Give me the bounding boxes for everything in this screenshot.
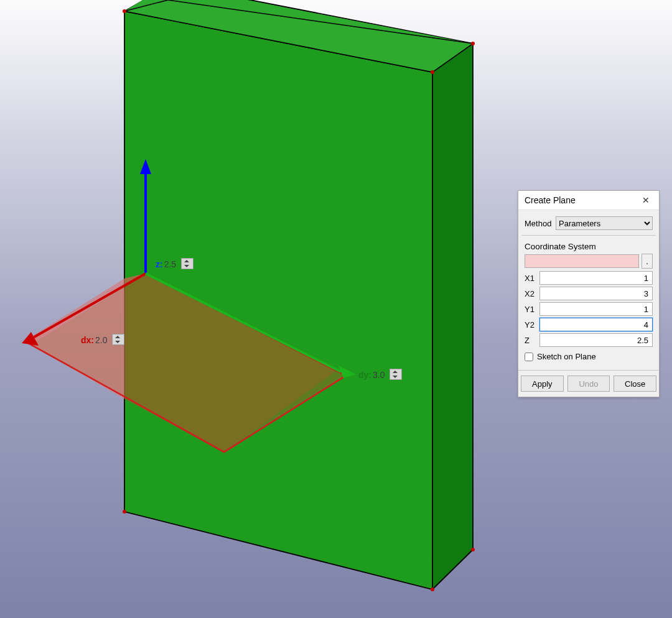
param-x1-label: X1 xyxy=(525,274,539,283)
param-x2-label: X2 xyxy=(525,289,539,298)
apply-button[interactable]: Apply xyxy=(521,376,564,392)
sketch-on-plane-checkbox[interactable] xyxy=(525,353,533,361)
param-y2-label: Y2 xyxy=(525,320,539,330)
dialog-title: Create Plane xyxy=(525,195,576,205)
separator xyxy=(521,235,656,236)
undo-button[interactable]: Undo xyxy=(567,376,610,392)
sketch-on-plane-label: Sketch on Plane xyxy=(537,352,596,361)
method-select[interactable]: Parameters xyxy=(556,216,653,230)
vertex-dot xyxy=(471,42,475,45)
param-y1-label: Y1 xyxy=(525,305,539,314)
coord-system-picker-button[interactable]: . xyxy=(642,254,653,269)
viewport-3d[interactable]: z:2.5 dx:2.0 dy:3.0 Create Plane ✕ Metho… xyxy=(0,0,672,618)
vertex-dot xyxy=(123,510,126,514)
dialog-body: Method Parameters Coordinate System . X1… xyxy=(518,210,659,370)
vertex-dot xyxy=(431,70,434,74)
box-side-face xyxy=(432,44,473,589)
create-plane-dialog: Create Plane ✕ Method Parameters Coordin… xyxy=(518,190,660,397)
param-y1-input[interactable] xyxy=(539,302,653,316)
param-x1-input[interactable] xyxy=(539,271,653,285)
vertex-dot xyxy=(123,9,126,13)
dialog-titlebar[interactable]: Create Plane ✕ xyxy=(518,191,659,210)
method-label: Method xyxy=(525,219,556,228)
param-z-input[interactable] xyxy=(539,333,653,347)
vertex-dot xyxy=(431,588,434,591)
coord-system-input[interactable] xyxy=(525,254,639,268)
vertex-dot xyxy=(471,548,475,551)
param-z-label: Z xyxy=(525,336,539,345)
param-y2-input[interactable] xyxy=(539,318,653,331)
param-x2-input[interactable] xyxy=(539,287,653,300)
dialog-button-bar: Apply Undo Close xyxy=(518,370,659,397)
close-icon[interactable]: ✕ xyxy=(637,193,655,208)
coord-system-label: Coordinate System xyxy=(525,242,653,251)
close-button[interactable]: Close xyxy=(614,376,656,392)
